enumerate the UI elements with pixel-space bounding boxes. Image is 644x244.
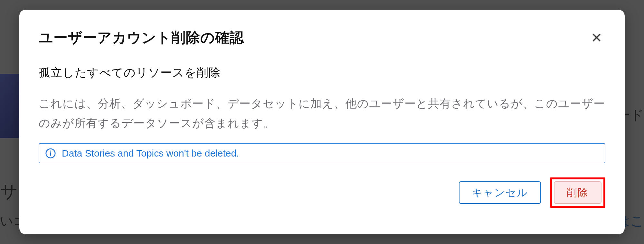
confirm-delete-user-modal: ユーザーアカウント削除の確認 ✕ 孤立したすべてのリソースを削除 これには、分析… <box>19 10 625 234</box>
modal-header: ユーザーアカウント削除の確認 ✕ <box>39 28 605 47</box>
svg-point-2 <box>50 150 51 151</box>
cancel-button[interactable]: キャンセル <box>459 181 541 204</box>
delete-button[interactable]: 削除 <box>554 181 601 204</box>
modal-title: ユーザーアカウント削除の確認 <box>39 28 244 47</box>
info-banner: Data Stories and Topics won't be deleted… <box>39 143 605 163</box>
highlight-annotation: 削除 <box>550 177 605 208</box>
info-banner-text: Data Stories and Topics won't be deleted… <box>62 148 239 159</box>
close-button[interactable]: ✕ <box>588 29 605 47</box>
close-icon: ✕ <box>591 30 602 45</box>
delete-orphaned-resources-heading: 孤立したすべてのリソースを削除 <box>39 65 605 81</box>
info-icon <box>45 148 56 159</box>
delete-description-text: これには、分析、ダッシュボード、データセットに加え、他のユーザーと共有されている… <box>39 94 605 133</box>
modal-footer: キャンセル 削除 <box>39 177 605 208</box>
